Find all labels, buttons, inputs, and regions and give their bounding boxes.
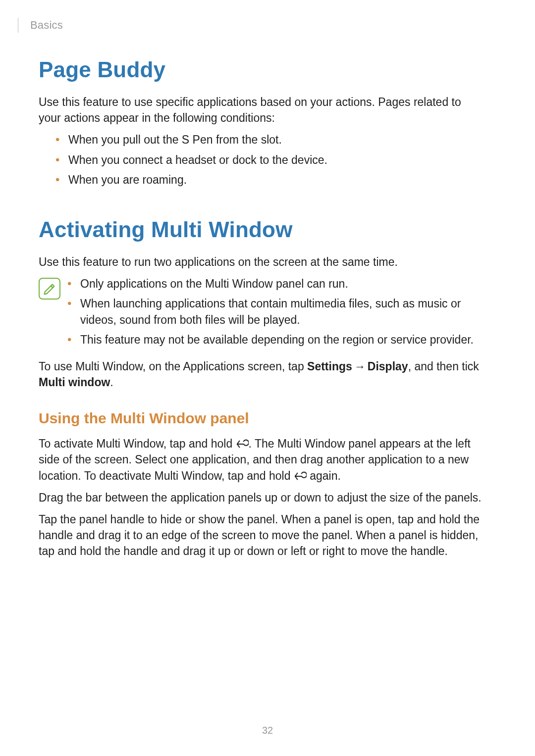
page-buddy-intro: Use this feature to use specific applica… [39,94,482,126]
arrow-right-icon: → [352,360,368,373]
page-buddy-conditions: When you pull out the S Pen from the slo… [39,132,482,188]
back-key-icon [294,471,307,481]
text: again. [307,469,341,482]
section-label: Basics [30,19,63,32]
list-item: When you pull out the S Pen from the slo… [55,132,482,148]
text: . [110,376,113,389]
text: , and then tick [408,360,479,373]
text: To use Multi Window, on the Applications… [39,360,307,373]
settings-label: Settings [307,360,352,373]
header-rule [18,18,18,33]
list-item: When you are roaming. [55,172,482,188]
panel-resize-paragraph: Drag the bar between the application pan… [39,490,482,505]
multi-window-label: Multi window [39,376,110,389]
page-content: Page Buddy Use this feature to use speci… [0,57,535,559]
list-item: When you connect a headset or dock to th… [55,152,482,168]
note-block: Only applications on the Multi Window pa… [39,276,482,352]
back-key-icon [236,439,249,449]
panel-activate-paragraph: To activate Multi Window, tap and hold .… [39,436,482,484]
multi-window-intro: Use this feature to run two applications… [39,254,482,270]
manual-page: Basics Page Buddy Use this feature to us… [0,0,535,756]
heading-page-buddy: Page Buddy [39,57,482,82]
page-number: 32 [0,725,535,736]
list-item: When launching applications that contain… [67,296,482,327]
note-icon [39,278,60,300]
display-label: Display [368,360,408,373]
page-header: Basics [0,18,535,33]
text: To activate Multi Window, tap and hold [39,437,236,450]
heading-multi-window: Activating Multi Window [39,217,482,242]
list-item: Only applications on the Multi Window pa… [67,276,482,292]
list-item: This feature may not be available depend… [67,332,482,348]
heading-using-panel: Using the Multi Window panel [39,410,482,427]
multi-window-enable: To use Multi Window, on the Applications… [39,358,482,390]
note-list: Only applications on the Multi Window pa… [67,276,482,352]
panel-handle-paragraph: Tap the panel handle to hide or show the… [39,511,482,559]
